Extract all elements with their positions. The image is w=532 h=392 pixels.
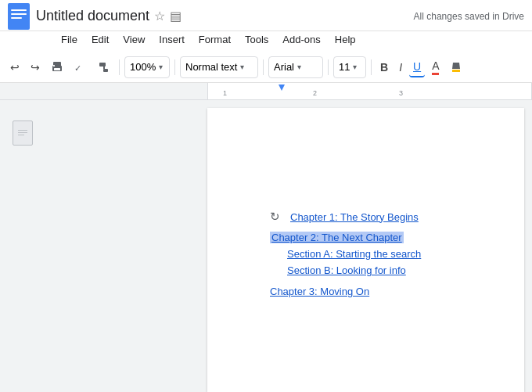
- svg-rect-16: [18, 132, 27, 133]
- menu-edit[interactable]: Edit: [85, 32, 115, 47]
- bold-button[interactable]: B: [376, 58, 392, 77]
- svg-text:✓: ✓: [74, 63, 81, 73]
- svg-rect-12: [452, 70, 460, 72]
- doc-page: ↻ Chapter 1: The Story Begins Chapter 2:…: [207, 108, 524, 392]
- menu-insert[interactable]: Insert: [153, 32, 191, 47]
- zoom-select[interactable]: 100% ▾: [124, 56, 170, 78]
- svg-rect-7: [53, 65, 55, 67]
- ruler-label-1: 1: [223, 89, 227, 97]
- page-thumbnail-icon: [13, 120, 33, 146]
- undo-button[interactable]: ↩: [6, 58, 23, 77]
- star-icon[interactable]: ☆: [154, 9, 165, 23]
- menu-file[interactable]: File: [55, 32, 84, 47]
- toc-item-3[interactable]: Section B: Looking for info: [287, 264, 406, 276]
- saved-status: All changes saved in Drive: [414, 11, 524, 22]
- style-value: Normal text: [185, 61, 237, 73]
- paintformat-button[interactable]: [94, 58, 114, 77]
- title-section: Untitled document ☆ ▤: [36, 8, 414, 24]
- divider-1: [119, 59, 120, 75]
- ruler-label-3: 3: [399, 89, 403, 97]
- toc-refresh-icon[interactable]: ↻: [270, 210, 284, 224]
- doc-area: ↻ Chapter 1: The Story Begins Chapter 2:…: [0, 100, 532, 392]
- style-chevron: ▾: [240, 63, 244, 71]
- divider-3: [263, 59, 264, 75]
- left-sidebar: [0, 100, 207, 392]
- toc-header-row: ↻ Chapter 1: The Story Begins: [270, 210, 421, 224]
- svg-rect-15: [18, 130, 27, 131]
- font-color-button[interactable]: A: [428, 56, 443, 78]
- menu-bar: File Edit View Insert Format Tools Add-o…: [0, 31, 532, 52]
- svg-rect-6: [54, 68, 60, 70]
- ruler: 1 2 3: [0, 83, 532, 100]
- drive-icon[interactable]: ▤: [170, 9, 182, 23]
- menu-help[interactable]: Help: [329, 32, 362, 47]
- svg-rect-10: [103, 66, 105, 69]
- toc-item-4[interactable]: Chapter 3: Moving On: [270, 286, 369, 297]
- title-row: Untitled document ☆ ▤: [36, 8, 414, 24]
- size-chevron: ▾: [353, 63, 357, 71]
- divider-5: [371, 59, 372, 75]
- size-value: 11: [339, 61, 350, 73]
- font-color-a: A: [432, 59, 439, 75]
- menu-format[interactable]: Format: [192, 32, 237, 47]
- svg-rect-3: [11, 17, 22, 19]
- title-bar: Untitled document ☆ ▤ All changes saved …: [0, 0, 532, 31]
- toc-row-2: Section A: Starting the search: [270, 248, 421, 260]
- svg-rect-1: [11, 9, 27, 11]
- doc-title[interactable]: Untitled document: [36, 8, 149, 24]
- menu-view[interactable]: View: [117, 32, 151, 47]
- italic-button[interactable]: I: [395, 58, 406, 77]
- toolbar: ↩ ↪ ✓ 100% ▾ Normal text ▾ Arial ▾ 11 ▾ …: [0, 52, 532, 83]
- zoom-chevron: ▾: [159, 63, 163, 71]
- svg-marker-13: [452, 63, 460, 69]
- font-chevron: ▾: [297, 63, 301, 71]
- redo-button[interactable]: ↪: [27, 58, 44, 77]
- font-select[interactable]: Arial ▾: [268, 56, 323, 78]
- toc-row-1: Chapter 2: The Next Chapter: [270, 232, 421, 243]
- toc-container: ↻ Chapter 1: The Story Begins Chapter 2:…: [270, 210, 421, 297]
- ruler-label-2: 2: [313, 89, 317, 97]
- menu-tools[interactable]: Tools: [239, 32, 275, 47]
- divider-4: [328, 59, 329, 75]
- zoom-value: 100%: [130, 61, 156, 73]
- toc-item-1[interactable]: Chapter 2: The Next Chapter: [270, 232, 404, 243]
- print-button[interactable]: [47, 58, 67, 77]
- svg-rect-0: [8, 3, 30, 30]
- doc-icon: [8, 3, 30, 30]
- size-select[interactable]: 11 ▾: [333, 56, 366, 78]
- spellcheck-button[interactable]: ✓: [70, 58, 91, 77]
- svg-rect-2: [11, 13, 27, 15]
- highlight-button[interactable]: [446, 58, 466, 77]
- divider-2: [174, 59, 175, 75]
- toc-item-0[interactable]: Chapter 1: The Story Begins: [290, 211, 419, 223]
- style-select[interactable]: Normal text ▾: [180, 56, 258, 78]
- menu-addons[interactable]: Add-ons: [276, 32, 326, 47]
- font-value: Arial: [274, 61, 294, 73]
- svg-rect-11: [103, 69, 108, 72]
- toc-item-2[interactable]: Section A: Starting the search: [287, 248, 421, 260]
- toc-row-3: Section B: Looking for info: [270, 264, 421, 276]
- underline-button[interactable]: U: [409, 57, 425, 77]
- svg-rect-17: [18, 135, 24, 135]
- toc-row-4: Chapter 3: Moving On: [270, 286, 421, 297]
